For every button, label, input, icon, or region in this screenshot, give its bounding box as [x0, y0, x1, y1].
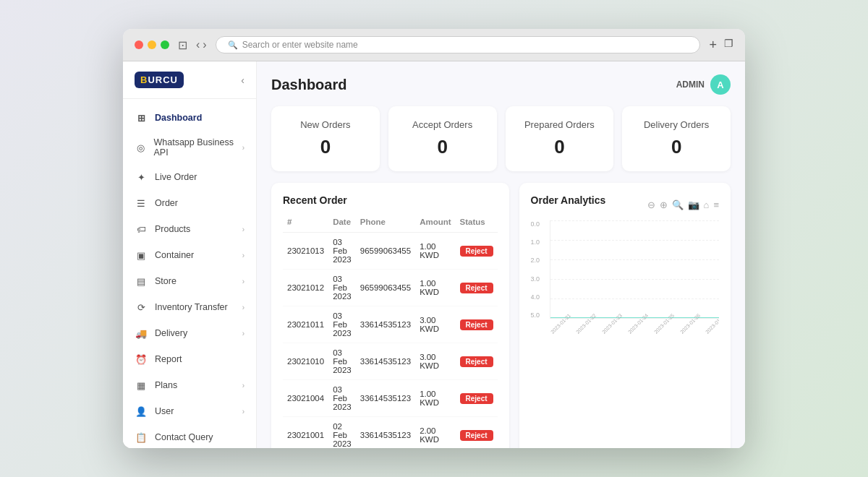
sidebar-collapse-button[interactable]: ‹: [241, 74, 244, 86]
nav-arrows: ‹ ›: [196, 38, 207, 51]
sidebar-icon-live-order: ✦: [135, 171, 148, 184]
address-text: Search or enter website name: [242, 40, 358, 50]
col-header-status: Status: [456, 215, 498, 233]
sidebar-item-order[interactable]: ☰ Order: [123, 190, 256, 216]
chart-x-labels: 2023-01-212023-01-222023-01-232023-01-24…: [550, 330, 719, 336]
chart-download-icon[interactable]: 📷: [688, 199, 699, 210]
cell-date-3: 03 Feb 2023: [328, 343, 356, 380]
minimize-button[interactable]: [148, 40, 156, 49]
sidebar-item-delivery[interactable]: 🚚 Delivery ›: [123, 320, 256, 346]
address-bar[interactable]: 🔍 Search or enter website name: [216, 36, 701, 53]
sidebar-label-report: Report: [155, 354, 182, 364]
stat-card-3: Delivery Orders 0: [622, 106, 731, 171]
sidebar-label-live-order: Live Order: [155, 172, 197, 182]
close-button[interactable]: [135, 40, 143, 49]
back-button[interactable]: ‹: [196, 38, 200, 51]
sidebar-item-report[interactable]: ⏰ Report: [123, 346, 256, 372]
sidebar-item-store[interactable]: ▤ Store ›: [123, 268, 256, 294]
sidebar-icon-contact: 📋: [135, 431, 148, 444]
cell-id-2: 23021011: [283, 306, 328, 343]
sidebar-item-left-whatsapp: ◎ Whatsapp Business API: [135, 137, 242, 158]
chart-zoom-out-icon[interactable]: ⊖: [647, 199, 655, 210]
admin-label: ADMIN: [676, 80, 705, 90]
sidebar: BURCU ‹ ⊞ Dashboard ◎ Whatsapp Business …: [123, 61, 257, 448]
logo-text: BURCU: [140, 74, 178, 85]
sidebar-item-dashboard[interactable]: ⊞ Dashboard: [123, 105, 256, 131]
cell-id-4: 23021004: [283, 380, 328, 417]
sidebar-item-whatsapp[interactable]: ◎ Whatsapp Business API ›: [123, 131, 256, 164]
sidebar-item-left-live-order: ✦ Live Order: [135, 171, 197, 184]
sidebar-item-left-products: 🏷 Products: [135, 223, 190, 236]
cell-date-0: 03 Feb 2023: [328, 233, 356, 270]
sidebar-toggle-icon[interactable]: ⊡: [178, 38, 187, 52]
sidebar-icon-dashboard: ⊞: [135, 111, 148, 124]
cell-amount-3: 3.00 KWD: [415, 343, 455, 380]
stat-value-2: 0: [517, 136, 603, 158]
chart-home-icon[interactable]: ⌂: [704, 199, 710, 210]
chevron-icon-plans: ›: [242, 382, 244, 390]
orders-table-body: 23021013 03 Feb 2023 96599063455 1.00 KW…: [283, 233, 498, 449]
sidebar-item-live-order[interactable]: ✦ Live Order: [123, 164, 256, 190]
sidebar-item-user[interactable]: 👤 User ›: [123, 398, 256, 424]
cell-date-1: 03 Feb 2023: [328, 270, 356, 306]
cell-amount-5: 2.00 KWD: [415, 417, 455, 449]
orders-table-header: #DatePhoneAmountStatus: [283, 215, 498, 233]
analytics-header: Order Analytics ⊖ ⊕ 🔍 📷 ⌂ ≡: [531, 194, 719, 215]
y-label-4: 1.0: [531, 239, 547, 246]
sidebar-icon-container: ▣: [135, 249, 148, 262]
admin-badge: ADMIN A: [676, 74, 731, 95]
copy-tab-button[interactable]: ❐: [724, 38, 733, 53]
status-badge-2: Reject: [460, 319, 493, 330]
sidebar-label-user: User: [155, 406, 174, 416]
stat-title-3: Delivery Orders: [634, 119, 719, 130]
sidebar-item-inventory[interactable]: ⟳ Inventory Transfer ›: [123, 294, 256, 320]
admin-avatar[interactable]: A: [710, 74, 731, 95]
table-row: 23021010 03 Feb 2023 33614535123 3.00 KW…: [283, 343, 498, 380]
y-label-1: 4.0: [531, 293, 547, 301]
table-row: 23021001 02 Feb 2023 33614535123 2.00 KW…: [283, 417, 498, 449]
chart-search-icon[interactable]: 🔍: [672, 199, 684, 210]
col-header-amount: Amount: [415, 215, 455, 233]
chart-menu-icon[interactable]: ≡: [713, 199, 719, 210]
stat-card-2: Prepared Orders 0: [506, 106, 614, 171]
chart-area: 5.04.03.02.01.00.0 2023-01-: [531, 220, 719, 336]
stat-value-1: 0: [400, 136, 485, 158]
status-badge-1: Reject: [460, 283, 493, 293]
y-label-3: 2.0: [531, 257, 547, 264]
cell-phone-5: 33614535123: [356, 417, 415, 449]
cell-id-1: 23021012: [283, 270, 328, 306]
status-badge-0: Reject: [460, 246, 493, 257]
sidebar-item-plans[interactable]: ▦ Plans ›: [123, 372, 256, 398]
sidebar-item-left-plans: ▦ Plans: [135, 379, 177, 392]
sidebar-item-products[interactable]: 🏷 Products ›: [123, 216, 256, 242]
sidebar-item-container[interactable]: ▣ Container ›: [123, 242, 256, 268]
table-row: 23021012 03 Feb 2023 96599063455 1.00 KW…: [283, 270, 498, 306]
cell-phone-4: 33614535123: [356, 380, 415, 417]
cell-id-0: 23021013: [283, 233, 328, 270]
sidebar-item-left-contact: 📋 Contact Query: [135, 431, 213, 444]
sidebar-label-plans: Plans: [155, 380, 177, 390]
stat-value-3: 0: [634, 136, 719, 158]
sidebar-icon-whatsapp: ◎: [135, 141, 146, 154]
cell-date-2: 03 Feb 2023: [328, 306, 356, 343]
recent-orders-title: Recent Order: [283, 194, 498, 206]
maximize-button[interactable]: [161, 40, 169, 49]
sidebar-label-order: Order: [155, 198, 178, 208]
sidebar-item-contact[interactable]: 📋 Contact Query: [123, 424, 256, 448]
sidebar-label-store: Store: [155, 276, 176, 286]
forward-button[interactable]: ›: [203, 38, 206, 51]
status-badge-3: Reject: [460, 356, 493, 367]
sidebar-label-delivery: Delivery: [155, 328, 187, 338]
sidebar-item-left-store: ▤ Store: [135, 275, 176, 288]
table-row: 23021013 03 Feb 2023 96599063455 1.00 KW…: [283, 233, 498, 270]
analytics-title: Order Analytics: [531, 194, 606, 206]
sidebar-icon-user: 👤: [135, 405, 148, 418]
cell-status-0: Reject: [456, 233, 498, 270]
cell-amount-0: 1.00 KWD: [415, 233, 455, 270]
chevron-icon-container: ›: [242, 252, 244, 259]
chevron-icon-inventory: ›: [242, 304, 244, 311]
status-badge-4: Reject: [460, 393, 493, 404]
status-badge-5: Reject: [460, 430, 493, 441]
new-tab-button[interactable]: +: [709, 38, 717, 53]
chart-zoom-in-icon[interactable]: ⊕: [660, 199, 668, 210]
